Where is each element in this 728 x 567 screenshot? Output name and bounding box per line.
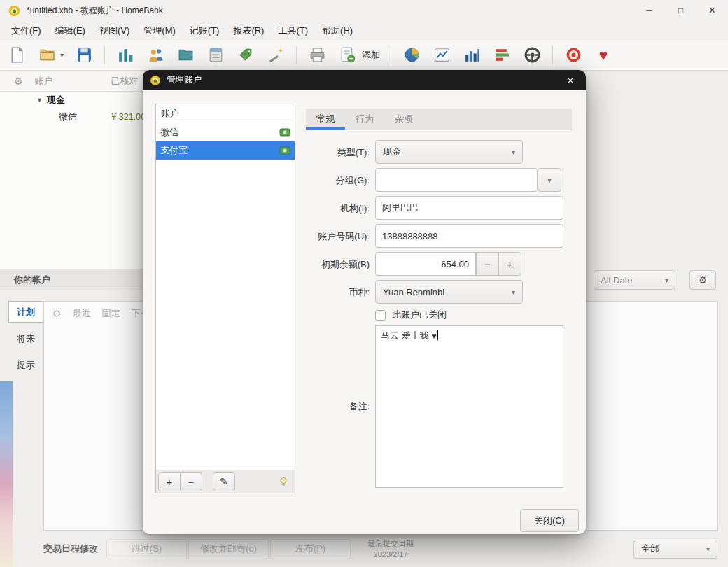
spin-increment-button[interactable]: + xyxy=(498,252,522,276)
range-dropdown[interactable]: 全部 ▾ xyxy=(634,540,718,559)
tab-behavior[interactable]: 行为 xyxy=(345,108,384,130)
menu-view[interactable]: 视图(V) xyxy=(92,22,136,40)
account-group-label: 现金 xyxy=(47,94,65,106)
side-tab-plan[interactable]: 计划 xyxy=(8,301,43,323)
schedule-gear-icon[interactable]: ⚙ xyxy=(52,308,62,319)
skip-button[interactable]: 跳过(S) xyxy=(106,539,187,559)
menu-reports[interactable]: 报表(R) xyxy=(226,22,271,40)
dialog-titlebar[interactable]: 管理账户 × xyxy=(143,70,586,90)
menu-tools[interactable]: 工具(T) xyxy=(271,22,315,40)
remove-account-button[interactable]: − xyxy=(180,472,202,491)
dialog-body: 账户 微信 支付宝 + − ✎ xyxy=(143,90,586,534)
column-reconciled[interactable]: 已核对 xyxy=(111,75,139,88)
account-name: 支付宝 xyxy=(160,144,188,157)
filter-settings-button[interactable]: ⚙ xyxy=(690,270,716,290)
menu-file[interactable]: 文件(F) xyxy=(4,22,48,40)
tab-misc[interactable]: 杂项 xyxy=(384,108,424,130)
initial-balance-value: 654.00 xyxy=(441,259,469,270)
group-dropdown-button[interactable]: ▾ xyxy=(538,168,561,192)
column-account[interactable]: 账户 xyxy=(35,75,53,88)
chevron-down-icon: ▾ xyxy=(512,148,515,156)
tab-general[interactable]: 常规 xyxy=(306,108,345,130)
dialog-close-icon[interactable]: × xyxy=(562,73,579,88)
accounts-icon[interactable] xyxy=(115,46,135,65)
rename-account-button[interactable]: ✎ xyxy=(213,472,235,491)
post-button[interactable]: 发布(P) xyxy=(270,539,351,559)
vehicle-cost-icon[interactable] xyxy=(522,46,542,65)
statistics-pie-icon[interactable] xyxy=(402,46,421,65)
payees-icon[interactable] xyxy=(146,46,165,65)
list-item-wechat[interactable]: 微信 xyxy=(156,123,295,141)
categories-icon[interactable] xyxy=(176,46,195,65)
group-input[interactable] xyxy=(375,168,538,192)
account-closed-checkbox[interactable] xyxy=(375,310,386,321)
dialog-title: 管理账户 xyxy=(167,74,202,86)
open-file-dropdown-icon[interactable]: ▾ xyxy=(60,51,64,59)
budget-icon[interactable] xyxy=(492,46,512,65)
edit-post-button[interactable]: 修改并邮寄(o) xyxy=(188,539,269,559)
menu-transactions[interactable]: 记账(T) xyxy=(183,22,227,40)
dialog-close-button[interactable]: 关闭(C) xyxy=(520,509,579,532)
account-number-input[interactable]: 13888888888 xyxy=(375,224,564,248)
open-file-icon[interactable] xyxy=(37,46,57,65)
trend-chart-icon[interactable] xyxy=(432,46,451,65)
initial-balance-label: 初期余额(B) xyxy=(295,258,370,271)
schedule-action-buttons: 跳过(S) 修改并邮寄(o) 发布(P) xyxy=(106,539,351,559)
toolbar: ▾ 添加 xyxy=(0,40,728,71)
schedule-actions-title: 交易日程修改 xyxy=(43,542,98,555)
print-icon[interactable] xyxy=(307,46,327,65)
scheduled-icon[interactable] xyxy=(206,46,225,65)
spin-decrement-button[interactable]: − xyxy=(476,252,499,276)
account-number-label: 账户号码(U): xyxy=(295,230,370,243)
account-closed-row: 此账户已关闭 xyxy=(375,309,447,321)
chevron-down-icon: ▾ xyxy=(706,545,710,553)
statistics-bar-icon[interactable] xyxy=(462,46,482,65)
donate-heart-icon[interactable]: ♥ xyxy=(594,46,613,65)
side-tab-tips[interactable]: 提示 xyxy=(8,354,43,376)
initial-balance-input[interactable]: 654.00 xyxy=(375,252,476,276)
collapse-arrow-icon[interactable]: ▼ xyxy=(36,97,43,104)
save-icon[interactable] xyxy=(74,46,94,65)
range-value: 全部 xyxy=(641,542,659,555)
list-item-alipay[interactable]: 支付宝 xyxy=(156,141,295,160)
window-title: *untitled.xhb - 教程账户 - HomeBank xyxy=(27,5,163,17)
type-dropdown[interactable]: 现金 ▾ xyxy=(375,140,523,164)
help-icon[interactable] xyxy=(564,46,583,65)
minimize-button[interactable]: ─ xyxy=(634,0,665,21)
institution-input[interactable]: 阿里巴巴 xyxy=(375,196,564,220)
assign-wand-icon[interactable] xyxy=(266,46,286,65)
add-transaction-icon xyxy=(337,46,357,65)
chevron-down-icon: ▾ xyxy=(512,288,515,296)
text-cursor xyxy=(438,330,438,340)
menubar: 文件(F) 编辑(E) 视图(V) 管理(M) 记账(T) 报表(R) 工具(T… xyxy=(0,21,728,40)
account-list-header[interactable]: 账户 xyxy=(156,104,295,123)
last-submit-date: 2023/2/17 xyxy=(374,549,408,561)
close-button[interactable]: × xyxy=(696,0,728,21)
last-submit-label: 最后提交日期 xyxy=(368,538,414,550)
notes-label: 备注: xyxy=(295,400,370,413)
schedule-tab-recent[interactable]: 最近 xyxy=(73,307,91,320)
add-account-button[interactable]: + xyxy=(158,472,181,491)
menu-manage[interactable]: 管理(M) xyxy=(136,22,183,40)
chevron-down-icon: ▾ xyxy=(547,176,551,184)
maximize-button[interactable]: □ xyxy=(665,0,696,21)
group-label: 分组(G): xyxy=(295,174,370,187)
menu-edit[interactable]: 编辑(E) xyxy=(48,22,92,40)
date-filter-dropdown[interactable]: All Date ▾ xyxy=(594,270,676,290)
lightbulb-icon[interactable] xyxy=(277,475,290,488)
institution-label: 机构(I): xyxy=(295,202,370,215)
currency-dropdown[interactable]: Yuan Renminbi ▾ xyxy=(375,280,523,304)
currency-label: 币种: xyxy=(295,286,370,299)
last-submit-info: 最后提交日期 2023/2/17 xyxy=(368,538,414,561)
add-transaction-button[interactable]: 添加 xyxy=(337,46,380,65)
side-tab-future[interactable]: 将来 xyxy=(8,328,43,349)
accounts-gear-icon[interactable]: ⚙ xyxy=(14,76,23,87)
account-number-value: 13888888888 xyxy=(382,231,438,241)
schedule-tab-fixed[interactable]: 固定 xyxy=(102,307,120,320)
account-name: 微信 xyxy=(59,111,77,123)
new-file-icon[interactable] xyxy=(7,46,27,65)
window-controls: ─ □ × xyxy=(634,0,728,21)
notes-textarea[interactable]: 马云 爱上我 ♥ xyxy=(375,326,564,488)
tags-icon[interactable] xyxy=(236,46,255,65)
menu-help[interactable]: 帮助(H) xyxy=(315,22,360,40)
